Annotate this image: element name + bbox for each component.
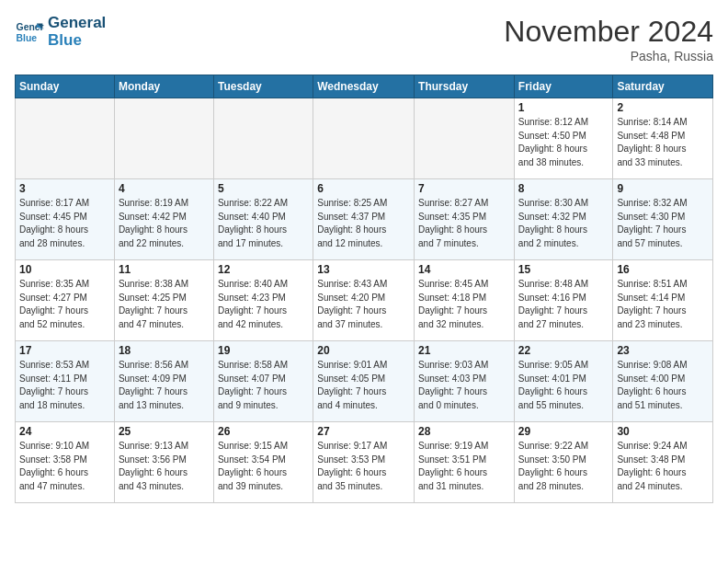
cell-2-0: 10Sunrise: 8:35 AMSunset: 4:27 PMDayligh… bbox=[16, 260, 115, 341]
logo-icon: General Blue bbox=[15, 17, 44, 47]
day-info: Sunrise: 9:13 AMSunset: 3:56 PMDaylight:… bbox=[119, 440, 210, 493]
calendar: Sunday Monday Tuesday Wednesday Thursday… bbox=[15, 75, 713, 503]
day-number: 24 bbox=[19, 425, 110, 438]
day-number: 13 bbox=[317, 263, 410, 276]
day-number: 28 bbox=[418, 425, 510, 438]
cell-3-4: 21Sunrise: 9:03 AMSunset: 4:03 PMDayligh… bbox=[415, 341, 515, 422]
day-number: 12 bbox=[218, 263, 309, 276]
cell-0-5: 1Sunrise: 8:12 AMSunset: 4:50 PMDaylight… bbox=[514, 98, 613, 179]
day-number: 7 bbox=[418, 182, 510, 195]
day-number: 11 bbox=[119, 263, 210, 276]
day-number: 21 bbox=[418, 344, 510, 357]
day-info: Sunrise: 8:40 AMSunset: 4:23 PMDaylight:… bbox=[218, 278, 309, 331]
day-info: Sunrise: 8:30 AMSunset: 4:32 PMDaylight:… bbox=[518, 197, 609, 250]
day-number: 9 bbox=[617, 182, 709, 195]
cell-0-0 bbox=[16, 98, 115, 179]
cell-4-0: 24Sunrise: 9:10 AMSunset: 3:58 PMDayligh… bbox=[16, 422, 115, 503]
day-info: Sunrise: 9:22 AMSunset: 3:50 PMDaylight:… bbox=[518, 440, 609, 493]
cell-1-4: 7Sunrise: 8:27 AMSunset: 4:35 PMDaylight… bbox=[415, 179, 515, 260]
cell-1-6: 9Sunrise: 8:32 AMSunset: 4:30 PMDaylight… bbox=[613, 179, 713, 260]
day-info: Sunrise: 9:17 AMSunset: 3:53 PMDaylight:… bbox=[317, 440, 410, 493]
day-info: Sunrise: 8:27 AMSunset: 4:35 PMDaylight:… bbox=[418, 197, 510, 250]
day-info: Sunrise: 9:15 AMSunset: 3:54 PMDaylight:… bbox=[218, 440, 309, 493]
col-thursday: Thursday bbox=[415, 75, 515, 98]
location: Pasha, Russia bbox=[504, 49, 713, 63]
day-number: 6 bbox=[317, 182, 410, 195]
day-number: 10 bbox=[19, 263, 110, 276]
cell-1-1: 4Sunrise: 8:19 AMSunset: 4:42 PMDaylight… bbox=[114, 179, 213, 260]
day-number: 4 bbox=[119, 182, 210, 195]
col-saturday: Saturday bbox=[613, 75, 713, 98]
day-number: 27 bbox=[317, 425, 410, 438]
day-info: Sunrise: 8:38 AMSunset: 4:25 PMDaylight:… bbox=[119, 278, 210, 331]
header: General Blue General Blue November 2024 … bbox=[15, 15, 713, 63]
cell-2-2: 12Sunrise: 8:40 AMSunset: 4:23 PMDayligh… bbox=[213, 260, 313, 341]
week-row-2: 3Sunrise: 8:17 AMSunset: 4:45 PMDaylight… bbox=[16, 179, 713, 260]
day-number: 29 bbox=[518, 425, 609, 438]
day-number: 22 bbox=[518, 344, 609, 357]
cell-4-1: 25Sunrise: 9:13 AMSunset: 3:56 PMDayligh… bbox=[114, 422, 213, 503]
day-info: Sunrise: 8:22 AMSunset: 4:40 PMDaylight:… bbox=[218, 197, 309, 250]
cell-0-6: 2Sunrise: 8:14 AMSunset: 4:48 PMDaylight… bbox=[613, 98, 713, 179]
cell-1-3: 6Sunrise: 8:25 AMSunset: 4:37 PMDaylight… bbox=[313, 179, 415, 260]
week-row-1: 1Sunrise: 8:12 AMSunset: 4:50 PMDaylight… bbox=[16, 98, 713, 179]
col-tuesday: Tuesday bbox=[213, 75, 313, 98]
cell-2-1: 11Sunrise: 8:38 AMSunset: 4:25 PMDayligh… bbox=[114, 260, 213, 341]
day-number: 1 bbox=[518, 101, 609, 114]
cell-3-3: 20Sunrise: 9:01 AMSunset: 4:05 PMDayligh… bbox=[313, 341, 415, 422]
week-row-3: 10Sunrise: 8:35 AMSunset: 4:27 PMDayligh… bbox=[16, 260, 713, 341]
week-row-5: 24Sunrise: 9:10 AMSunset: 3:58 PMDayligh… bbox=[16, 422, 713, 503]
cell-4-2: 26Sunrise: 9:15 AMSunset: 3:54 PMDayligh… bbox=[213, 422, 313, 503]
day-info: Sunrise: 8:56 AMSunset: 4:09 PMDaylight:… bbox=[119, 359, 210, 412]
cell-4-3: 27Sunrise: 9:17 AMSunset: 3:53 PMDayligh… bbox=[313, 422, 415, 503]
day-info: Sunrise: 8:51 AMSunset: 4:14 PMDaylight:… bbox=[617, 278, 709, 331]
col-wednesday: Wednesday bbox=[313, 75, 415, 98]
day-info: Sunrise: 8:32 AMSunset: 4:30 PMDaylight:… bbox=[617, 197, 709, 250]
day-info: Sunrise: 8:14 AMSunset: 4:48 PMDaylight:… bbox=[617, 116, 709, 169]
cell-0-4 bbox=[415, 98, 515, 179]
cell-3-1: 18Sunrise: 8:56 AMSunset: 4:09 PMDayligh… bbox=[114, 341, 213, 422]
week-row-4: 17Sunrise: 8:53 AMSunset: 4:11 PMDayligh… bbox=[16, 341, 713, 422]
day-number: 15 bbox=[518, 263, 609, 276]
day-info: Sunrise: 8:19 AMSunset: 4:42 PMDaylight:… bbox=[119, 197, 210, 250]
day-number: 5 bbox=[218, 182, 309, 195]
col-monday: Monday bbox=[114, 75, 213, 98]
day-info: Sunrise: 9:10 AMSunset: 3:58 PMDaylight:… bbox=[19, 440, 110, 493]
day-number: 3 bbox=[19, 182, 110, 195]
day-info: Sunrise: 8:53 AMSunset: 4:11 PMDaylight:… bbox=[19, 359, 110, 412]
cell-0-3 bbox=[313, 98, 415, 179]
cell-3-6: 23Sunrise: 9:08 AMSunset: 4:00 PMDayligh… bbox=[613, 341, 713, 422]
day-info: Sunrise: 8:35 AMSunset: 4:27 PMDaylight:… bbox=[19, 278, 110, 331]
day-info: Sunrise: 9:01 AMSunset: 4:05 PMDaylight:… bbox=[317, 359, 410, 412]
cell-4-5: 29Sunrise: 9:22 AMSunset: 3:50 PMDayligh… bbox=[514, 422, 613, 503]
cell-1-5: 8Sunrise: 8:30 AMSunset: 4:32 PMDaylight… bbox=[514, 179, 613, 260]
cell-2-5: 15Sunrise: 8:48 AMSunset: 4:16 PMDayligh… bbox=[514, 260, 613, 341]
cell-1-0: 3Sunrise: 8:17 AMSunset: 4:45 PMDaylight… bbox=[16, 179, 115, 260]
day-info: Sunrise: 9:05 AMSunset: 4:01 PMDaylight:… bbox=[518, 359, 609, 412]
day-info: Sunrise: 9:03 AMSunset: 4:03 PMDaylight:… bbox=[418, 359, 510, 412]
logo: General Blue General Blue bbox=[15, 15, 106, 49]
day-number: 16 bbox=[617, 263, 709, 276]
cell-2-6: 16Sunrise: 8:51 AMSunset: 4:14 PMDayligh… bbox=[613, 260, 713, 341]
cell-3-5: 22Sunrise: 9:05 AMSunset: 4:01 PMDayligh… bbox=[514, 341, 613, 422]
day-info: Sunrise: 9:19 AMSunset: 3:51 PMDaylight:… bbox=[418, 440, 510, 493]
day-number: 8 bbox=[518, 182, 609, 195]
day-number: 18 bbox=[119, 344, 210, 357]
cell-0-1 bbox=[114, 98, 213, 179]
day-info: Sunrise: 8:43 AMSunset: 4:20 PMDaylight:… bbox=[317, 278, 410, 331]
title-block: November 2024 Pasha, Russia bbox=[504, 15, 713, 63]
day-info: Sunrise: 8:12 AMSunset: 4:50 PMDaylight:… bbox=[518, 116, 609, 169]
cell-3-2: 19Sunrise: 8:58 AMSunset: 4:07 PMDayligh… bbox=[213, 341, 313, 422]
page: General Blue General Blue November 2024 … bbox=[0, 0, 728, 518]
col-friday: Friday bbox=[514, 75, 613, 98]
day-number: 26 bbox=[218, 425, 309, 438]
day-info: Sunrise: 8:17 AMSunset: 4:45 PMDaylight:… bbox=[19, 197, 110, 250]
day-info: Sunrise: 8:25 AMSunset: 4:37 PMDaylight:… bbox=[317, 197, 410, 250]
cell-2-4: 14Sunrise: 8:45 AMSunset: 4:18 PMDayligh… bbox=[415, 260, 515, 341]
logo-line1: General bbox=[48, 15, 106, 32]
day-info: Sunrise: 8:48 AMSunset: 4:16 PMDaylight:… bbox=[518, 278, 609, 331]
day-info: Sunrise: 8:45 AMSunset: 4:18 PMDaylight:… bbox=[418, 278, 510, 331]
month-title: November 2024 bbox=[504, 15, 713, 49]
cell-1-2: 5Sunrise: 8:22 AMSunset: 4:40 PMDaylight… bbox=[213, 179, 313, 260]
day-number: 17 bbox=[19, 344, 110, 357]
